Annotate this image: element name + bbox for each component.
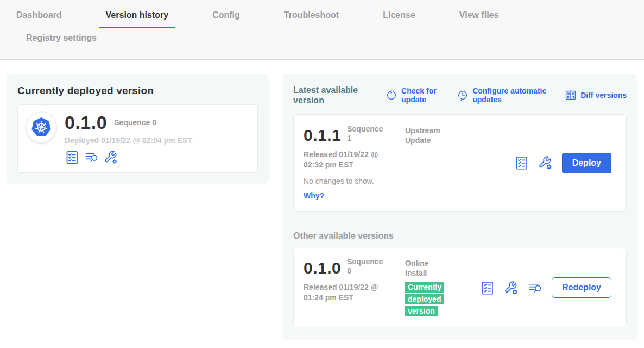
other-versions-title: Other available versions [293, 231, 627, 241]
nav-primary-row: Dashboard Version history Config Trouble… [0, 10, 644, 28]
version-label: 0.1.0 [304, 258, 341, 278]
version-row: 0.1.0 Sequence 0 [65, 113, 192, 132]
tab-version-history[interactable]: Version history [99, 10, 176, 28]
version-source-label: Online Install [405, 258, 439, 278]
latest-card-actions: Deploy [514, 153, 611, 173]
deploy-logs-icon[interactable] [528, 281, 542, 295]
configure-auto-updates-link[interactable]: Configure automatic updates [457, 86, 548, 104]
deployed-card-actions [65, 150, 192, 165]
version-label: 0.1.0 [65, 113, 107, 132]
version-row: 0.1.1 Sequence 1 [304, 126, 405, 145]
app-logo [27, 113, 56, 142]
latest-available-panel: Latest available version Check for updat… [282, 74, 637, 340]
latest-card-info: 0.1.1 Sequence 1 Released 01/19/22 @ 02:… [304, 126, 405, 200]
auto-update-icon [457, 89, 469, 101]
deployed-card-body: 0.1.0 Sequence 0 Deployed 01/19/22 @ 02:… [65, 113, 192, 165]
other-card-middle: Online Install Currently deployed versio… [405, 258, 444, 317]
currently-deployed-title: Currently deployed version [17, 85, 258, 97]
check-for-update-label: Check for update [401, 86, 440, 104]
currently-deployed-badge-wrap: Currently deployed version [405, 281, 444, 317]
redeploy-button[interactable]: Redeploy [552, 277, 611, 298]
tab-view-files[interactable]: View files [452, 10, 506, 28]
released-timestamp: Released 01/19/22 @ 02:32 pm EST [304, 150, 393, 170]
check-for-update-link[interactable]: Check for update [386, 86, 440, 104]
other-card-actions: Redeploy [480, 277, 611, 298]
why-link[interactable]: Why? [304, 191, 405, 200]
tab-license[interactable]: License [376, 10, 422, 28]
deployed-version-card: 0.1.0 Sequence 0 Deployed 01/19/22 @ 02:… [17, 104, 258, 173]
diff-versions-link[interactable]: Diff versions [565, 89, 627, 101]
preflight-checklist-icon[interactable] [65, 150, 79, 165]
config-wrench-icon[interactable] [538, 156, 553, 170]
other-card-info: 0.1.0 Sequence 0 Released 01/19/22 @ 01:… [304, 258, 405, 317]
deploy-logs-icon[interactable] [84, 150, 99, 165]
top-nav: Dashboard Version history Config Trouble… [0, 0, 644, 60]
config-wrench-icon[interactable] [104, 150, 118, 165]
version-row: 0.1.0 Sequence 0 [304, 258, 405, 278]
config-wrench-icon[interactable] [504, 281, 519, 295]
nav-secondary-row: Registry settings [0, 28, 644, 59]
sequence-label: Sequence 0 [114, 118, 156, 127]
diff-icon [565, 89, 577, 101]
configure-auto-updates-label: Configure automatic updates [472, 86, 548, 104]
latest-available-title: Latest available version [293, 85, 369, 105]
deployed-timestamp: Deployed 01/19/22 @ 02:04 pm EST [65, 136, 192, 145]
no-changes-text: No changes to show. [304, 177, 405, 186]
tab-registry-settings[interactable]: Registry settings [19, 33, 104, 51]
tab-troubleshoot[interactable]: Troubleshoot [277, 10, 346, 28]
tab-config[interactable]: Config [205, 10, 247, 28]
deploy-button[interactable]: Deploy [562, 153, 611, 173]
kubernetes-logo-icon [31, 117, 52, 138]
other-version-card: 0.1.0 Sequence 0 Released 01/19/22 @ 01:… [293, 248, 627, 327]
version-label: 0.1.1 [304, 126, 341, 145]
refresh-icon [386, 89, 397, 101]
preflight-checklist-icon[interactable] [514, 156, 529, 170]
diff-versions-label: Diff versions [580, 91, 627, 100]
currently-deployed-badge: Currently deployed version [405, 282, 444, 316]
currently-deployed-panel: Currently deployed version 0.1.0 Sequenc… [7, 74, 269, 184]
version-source-label: Upstream Update [405, 126, 454, 200]
sequence-label: Sequence 1 [347, 125, 385, 143]
tab-dashboard[interactable]: Dashboard [9, 10, 69, 28]
released-timestamp: Released 01/19/22 @ 01:24 pm EST [304, 282, 393, 303]
sequence-label: Sequence 0 [347, 257, 385, 276]
preflight-checklist-icon[interactable] [480, 281, 495, 295]
latest-version-card: 0.1.1 Sequence 1 Released 01/19/22 @ 02:… [293, 114, 627, 212]
page-content: Currently deployed version 0.1.0 Sequenc… [0, 60, 644, 340]
latest-available-header: Latest available version Check for updat… [293, 85, 627, 105]
